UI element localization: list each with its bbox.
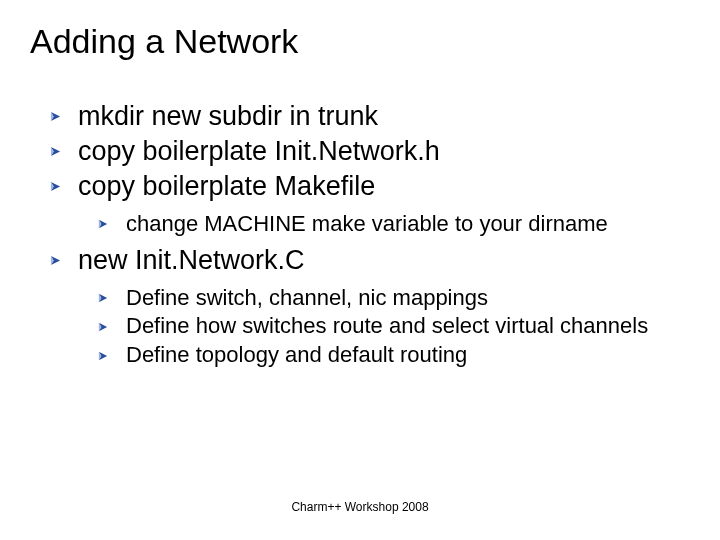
arrow-bullet-icon <box>50 111 61 122</box>
arrow-bullet-icon <box>50 146 61 157</box>
bullet-text: Define topology and default routing <box>126 342 467 367</box>
arrow-bullet-icon <box>98 293 108 303</box>
list-item: new Init.Network.C Define switch, channe… <box>50 244 670 369</box>
slide: Adding a Network mkdir new subdir in tru… <box>0 0 720 540</box>
slide-footer: Charm++ Workshop 2008 <box>0 500 720 514</box>
bullet-text: copy boilerplate Makefile <box>78 171 375 201</box>
bullet-text: new Init.Network.C <box>78 245 305 275</box>
arrow-bullet-icon <box>98 351 108 361</box>
list-item: copy boilerplate Makefile change MACHINE… <box>50 170 670 238</box>
slide-title: Adding a Network <box>30 22 690 61</box>
bullet-text: mkdir new subdir in trunk <box>78 101 378 131</box>
list-item: Define switch, channel, nic mappings <box>98 285 670 312</box>
slide-body: mkdir new subdir in trunk copy boilerpla… <box>50 100 670 375</box>
arrow-bullet-icon <box>50 255 61 266</box>
bullet-text: change MACHINE make variable to your dir… <box>126 211 608 236</box>
bullet-text: Define how switches route and select vir… <box>126 313 648 338</box>
arrow-bullet-icon <box>98 322 108 332</box>
bullet-list-level1: mkdir new subdir in trunk copy boilerpla… <box>50 100 670 369</box>
arrow-bullet-icon <box>98 219 108 229</box>
bullet-list-level2: Define switch, channel, nic mappings Def… <box>78 285 670 369</box>
bullet-text: copy boilerplate Init.Network.h <box>78 136 440 166</box>
list-item: mkdir new subdir in trunk <box>50 100 670 133</box>
list-item: Define how switches route and select vir… <box>98 313 670 340</box>
bullet-text: Define switch, channel, nic mappings <box>126 285 488 310</box>
arrow-bullet-icon <box>50 181 61 192</box>
list-item: Define topology and default routing <box>98 342 670 369</box>
list-item: copy boilerplate Init.Network.h <box>50 135 670 168</box>
list-item: change MACHINE make variable to your dir… <box>98 211 670 238</box>
bullet-list-level2: change MACHINE make variable to your dir… <box>78 211 670 238</box>
